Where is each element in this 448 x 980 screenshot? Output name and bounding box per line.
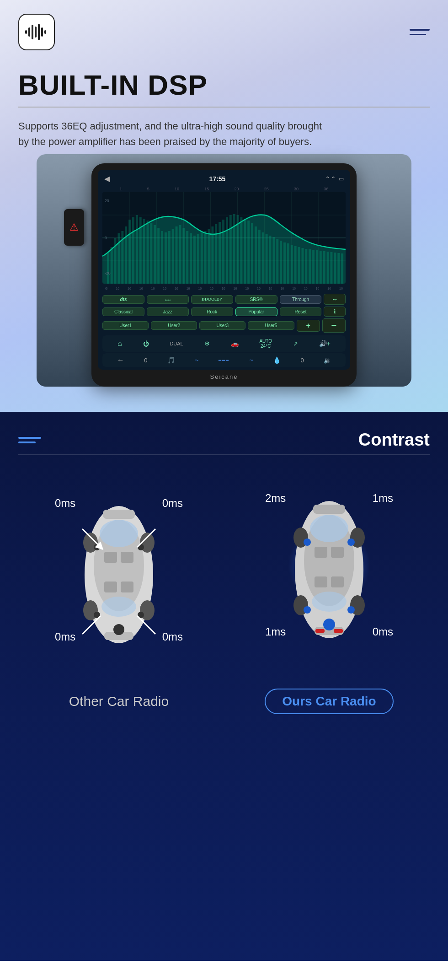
slider-bar[interactable]: ━━━ <box>219 358 229 363</box>
dsp-dts-btn[interactable]: dts <box>102 295 144 304</box>
description-text: Supports 36EQ adjustment, and the ultra-… <box>18 118 329 150</box>
dsp-user2-btn[interactable]: User2 <box>151 321 197 330</box>
svg-rect-31 <box>154 225 156 284</box>
svg-rect-20 <box>114 238 117 284</box>
car-icon: 🚗 <box>231 340 239 347</box>
svg-text:0: 0 <box>105 236 107 240</box>
svg-rect-68 <box>287 243 289 284</box>
dsp-bbe-btn[interactable]: ₐᵤᵤ <box>147 295 189 304</box>
svg-point-123 <box>347 538 355 546</box>
logo-box <box>18 14 55 50</box>
other-car-radio-label: Other Car Radio <box>69 694 169 709</box>
svg-point-101 <box>94 544 100 550</box>
svg-rect-0 <box>25 30 27 34</box>
dsp-user1-btn[interactable]: User1 <box>102 321 149 330</box>
svg-point-108 <box>310 515 348 542</box>
svg-point-90 <box>101 597 136 617</box>
contrast-section: Contrast 0ms 0ms 0ms 0ms <box>0 412 448 961</box>
svg-rect-63 <box>269 236 272 284</box>
dsp-stereo-btn[interactable]: ↔ <box>324 294 346 305</box>
svg-rect-54 <box>237 215 239 284</box>
svg-rect-64 <box>272 237 275 284</box>
svg-rect-112 <box>315 629 325 633</box>
stereo-nav-bar-1: ⌂ ⏻ DUAL ❄ 🚗 AUTO 24°C ↗ 🔊+ <box>102 335 346 352</box>
svg-point-103 <box>94 612 100 618</box>
svg-rect-42 <box>193 236 196 284</box>
screen-status-icons: ⌃⌃ ▭ <box>325 175 344 183</box>
contrast-header: Contrast <box>18 430 430 450</box>
dsp-info-btn[interactable]: ℹ <box>324 307 346 317</box>
svg-rect-18 <box>107 252 109 284</box>
svg-rect-6 <box>44 30 46 34</box>
svg-rect-56 <box>244 219 246 284</box>
svg-point-105 <box>113 624 124 635</box>
other-car-container: 0ms 0ms 0ms 0ms <box>55 483 183 684</box>
back-icon[interactable]: ← <box>117 356 124 364</box>
svg-rect-110 <box>313 505 345 514</box>
svg-point-104 <box>138 612 144 618</box>
svg-rect-46 <box>208 229 210 284</box>
svg-rect-79 <box>327 252 329 284</box>
dsp-row-2: Classical Jazz Rock Popular Reset ℹ <box>102 307 346 317</box>
dsp-user3-btn[interactable]: User3 <box>199 321 245 330</box>
dsp-rock-btn[interactable]: Rock <box>191 307 233 316</box>
screen-time: 17:55 <box>209 175 226 183</box>
svg-rect-34 <box>165 232 167 284</box>
our-car-radio-button[interactable]: Ours Car Radio <box>265 689 393 714</box>
nav-arrow-icon[interactable]: ↗ <box>293 340 298 347</box>
svg-rect-67 <box>283 242 286 284</box>
contrast-title: Contrast <box>358 430 430 450</box>
svg-rect-39 <box>182 228 185 284</box>
screen-top-bar: ◀ 17:55 ⌃⌃ ▭ <box>102 174 346 183</box>
svg-rect-62 <box>266 234 268 284</box>
stereo-device: ◀ 17:55 ⌃⌃ ▭ 15101520253036 <box>91 163 357 387</box>
dsp-jazz-btn[interactable]: Jazz <box>147 307 189 316</box>
svg-rect-80 <box>331 252 333 284</box>
svg-rect-25 <box>132 217 134 284</box>
svg-rect-4 <box>38 24 40 40</box>
dsp-through-btn[interactable]: Through <box>280 295 322 304</box>
contrast-line-2 <box>18 442 36 443</box>
svg-rect-53 <box>233 214 235 284</box>
svg-rect-73 <box>305 249 307 284</box>
dsp-user5-btn[interactable]: User5 <box>248 321 294 330</box>
dsp-dolby-btn[interactable]: 𝐃𝐃DOLBY <box>191 295 233 304</box>
other-car-side: 0ms 0ms 0ms 0ms <box>18 483 219 709</box>
svg-rect-76 <box>316 250 318 284</box>
svg-rect-57 <box>247 221 250 284</box>
svg-rect-61 <box>262 232 264 284</box>
svg-rect-82 <box>337 253 340 284</box>
svg-rect-50 <box>222 220 224 284</box>
dual-label: DUAL <box>170 341 183 346</box>
svg-rect-38 <box>179 225 181 284</box>
dsp-srs-btn[interactable]: SRS® <box>235 295 277 304</box>
our-car-svg <box>283 492 375 647</box>
title-divider <box>18 107 430 108</box>
svg-rect-97 <box>104 552 117 563</box>
power-icon[interactable]: ⏻ <box>143 340 149 347</box>
music-icon[interactable]: 🎵 <box>167 356 175 364</box>
snowflake-icon[interactable]: ❄ <box>204 340 210 347</box>
dsp-classical-btn[interactable]: Classical <box>102 307 144 316</box>
svg-rect-98 <box>121 552 133 563</box>
dsp-minus-btn[interactable]: − <box>322 318 346 333</box>
svg-rect-83 <box>341 253 343 284</box>
nav-bar <box>18 14 430 50</box>
dsp-row-1: dts ₐᵤᵤ 𝐃𝐃DOLBY SRS® Through ↔ <box>102 294 346 305</box>
dsp-reset-btn[interactable]: Reset <box>280 307 322 316</box>
svg-rect-51 <box>226 217 228 284</box>
svg-rect-55 <box>240 217 242 284</box>
dsp-plus-btn[interactable]: + <box>297 320 320 332</box>
svg-rect-120 <box>315 576 327 587</box>
dsp-popular-btn[interactable]: Popular <box>235 307 277 316</box>
svg-point-102 <box>138 544 144 550</box>
menu-button[interactable] <box>410 29 430 35</box>
vol-down-icon[interactable]: 🔉 <box>324 357 331 364</box>
svg-point-89 <box>100 520 138 547</box>
stereo-nav-bar-2: ← 0 🎵 ~ ━━━ ~ 💧 0 🔉 <box>102 353 346 367</box>
svg-rect-48 <box>215 224 217 284</box>
our-bl-label: 1ms <box>265 625 286 638</box>
svg-point-126 <box>323 619 335 630</box>
vol-up-icon[interactable]: 🔊+ <box>319 340 331 347</box>
home-icon[interactable]: ⌂ <box>117 339 122 348</box>
